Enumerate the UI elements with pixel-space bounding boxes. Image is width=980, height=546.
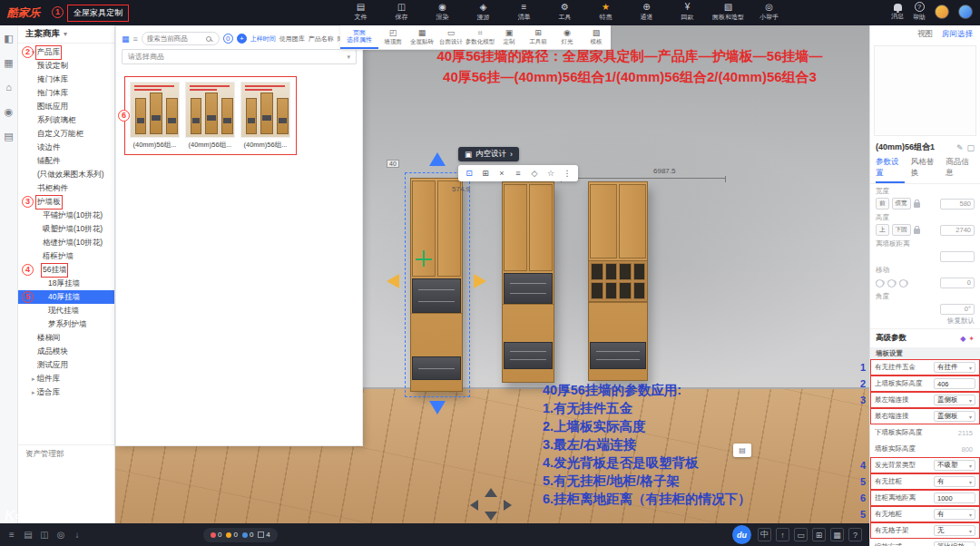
filter-count-badge[interactable]: 0 [223, 34, 233, 44]
counter-1[interactable]: 0 [226, 531, 237, 539]
tree-item-17[interactable]: 18厚挂墙 [18, 277, 114, 290]
tree-item-8[interactable]: 辅配件 [18, 154, 114, 168]
move-toggle[interactable] [876, 280, 885, 286]
param-select[interactable]: 有▾ [934, 509, 975, 520]
tree-item-7[interactable]: 读边件 [18, 141, 114, 154]
param-select[interactable]: 不吸塑▾ [934, 460, 975, 471]
scale-mode-select[interactable]: 等比缩放 ▾ [934, 541, 975, 546]
secondary-tool-0[interactable]: ◰墙顶面 [378, 25, 407, 49]
add-filter-icon[interactable]: + [237, 34, 247, 44]
tree-item-0[interactable]: ▾产品库2 [18, 45, 114, 59]
tree-item-6[interactable]: 自定义万能柜 [18, 127, 114, 141]
counter-0[interactable]: 0 [211, 531, 221, 539]
advanced-parameters-header[interactable]: 高级参数 ◆ ✦ [870, 328, 980, 347]
param-input[interactable]: 1000 [934, 492, 975, 503]
product-card-1[interactable]: (40mm)56组... [185, 82, 235, 150]
design-icon[interactable]: ◧ [3, 33, 15, 44]
param-select[interactable]: 盖侧板▾ [934, 411, 975, 422]
move-up-arrow[interactable] [429, 152, 446, 166]
scale-icon[interactable]: ⊡ [462, 167, 476, 180]
box-counter[interactable]: 4 [258, 531, 270, 539]
more-icon[interactable]: ⋮ [560, 167, 574, 180]
sort-by-time[interactable]: 上样时间 [250, 34, 276, 44]
language-icon[interactable]: 中 [758, 528, 771, 541]
topbar-tool-channel[interactable]: ⊕通道 [626, 2, 667, 22]
param-chip[interactable]: 下固 [892, 224, 911, 236]
cabinet-3[interactable] [588, 181, 648, 381]
tree-item-19[interactable]: 现代挂墙 [18, 304, 114, 317]
tree-item-15[interactable]: 梧框护墙 [18, 249, 114, 263]
tree-item-1[interactable]: 预设定制 [18, 59, 114, 73]
param-select[interactable]: 无▾ [934, 525, 975, 536]
tab-whole-house-customization[interactable]: 全屋家具定制 [67, 5, 129, 22]
tree-item-3[interactable]: 拖门体库 [18, 86, 114, 100]
axis-gizmo[interactable] [416, 250, 434, 268]
avatar-secondary[interactable] [958, 5, 973, 19]
tree-item-25[interactable]: ▸适合库 [18, 385, 114, 399]
topbar-tool-render[interactable]: ◉渲染 [422, 2, 463, 22]
param-value-input[interactable]: 0° [940, 304, 975, 315]
compass-up-icon[interactable] [485, 488, 497, 497]
catalog-header[interactable]: 主案商库 ▾ [18, 25, 114, 44]
param-input[interactable]: 406 [934, 378, 975, 389]
tool-select-properties[interactable]: 页面 选择属性 [340, 25, 378, 49]
secondary-tool-3[interactable]: ⌗参数化模型 [466, 25, 495, 49]
tree-item-2[interactable]: 掩门体库 [18, 73, 114, 86]
display-icon[interactable]: ▭ [794, 528, 808, 541]
param-select[interactable]: 有挂件▾ [934, 362, 975, 373]
tab-product-info[interactable]: 商品信息 [946, 157, 975, 183]
duplicate-icon[interactable]: ⊞ [478, 167, 493, 180]
search-input[interactable] [147, 34, 203, 43]
tree-item-12[interactable]: 平铺护墙(10拼花) [18, 209, 114, 222]
lock-icon[interactable] [914, 202, 920, 208]
topbar-tool-panel-model[interactable]: ▧面板和造型 [708, 2, 749, 22]
topbar-tool-roam[interactable]: ◈漫游 [463, 2, 504, 22]
material-icon[interactable]: ◇ [527, 167, 542, 180]
param-select[interactable]: 有▾ [934, 476, 975, 487]
columns-icon[interactable]: ◫ [36, 530, 53, 540]
storage-icon[interactable]: ▤ [3, 131, 15, 142]
param-select[interactable]: 盖侧板▾ [934, 395, 975, 405]
tree-item-22[interactable]: 成品模块 [18, 345, 114, 358]
tree-item-24[interactable]: ▸组件库 [18, 372, 114, 385]
help-button[interactable]: ? 帮助 [913, 2, 926, 22]
param-value-input[interactable]: 580 [940, 199, 975, 210]
product-card-2[interactable]: (40mm)56组... [240, 82, 290, 150]
tab-style-replace[interactable]: 风格替换 [911, 157, 940, 183]
tree-item-4[interactable]: 图纸应用 [18, 100, 114, 113]
secondary-tool-6[interactable]: ◉灯光 [553, 25, 582, 49]
topbar-tool-payment[interactable]: ¥回款 [667, 2, 708, 22]
move-left-arrow[interactable] [387, 274, 399, 288]
team-icon[interactable]: ◉ [3, 106, 15, 118]
secondary-tool-2[interactable]: ▭台面设计 [436, 25, 466, 49]
tree-item-23[interactable]: 测试应用 [18, 358, 114, 372]
expand-icon[interactable]: ▢ [966, 143, 975, 152]
tree-item-13[interactable]: 吸塑护墙(10拼花) [18, 222, 114, 236]
style-brush-icon[interactable]: ✦ [968, 335, 975, 343]
move-toggle[interactable] [887, 280, 897, 286]
favorite-icon[interactable]: ☆ [544, 167, 558, 180]
param-value-input[interactable]: 0 [940, 278, 975, 288]
secondary-tool-5[interactable]: ⊞工具箱 [524, 25, 553, 49]
visible-icon[interactable]: ◎ [53, 530, 69, 540]
delete-icon[interactable]: × [495, 167, 509, 180]
tree-item-18[interactable]: 40厚挂墙5 [18, 290, 114, 304]
tree-item-11[interactable]: 护墙板3 [18, 195, 114, 209]
cabinet-2[interactable] [502, 181, 554, 383]
product-card-0[interactable]: (40mm)56组... [130, 82, 180, 150]
search-box[interactable] [142, 32, 220, 45]
reset-default-link[interactable]: 恢复默认 [947, 317, 975, 326]
topbar-tool-save[interactable]: ◫保存 [381, 2, 422, 22]
param-chip[interactable]: 倍宽 [892, 198, 911, 210]
inner-space-design-button[interactable]: ▣ 内空设计 › [458, 147, 519, 161]
param-chip[interactable]: 前 [876, 198, 889, 210]
menu-icon[interactable]: ≡ [4, 530, 20, 540]
move-down-arrow[interactable] [429, 401, 446, 414]
move-toggle[interactable] [899, 280, 908, 286]
tree-item-5[interactable]: 系列玻璃柜 [18, 113, 114, 127]
paint-bucket-icon[interactable]: ◆ [960, 335, 965, 343]
list-view-icon[interactable]: ≡ [133, 34, 138, 44]
measure-icon[interactable]: ≡ [511, 167, 525, 180]
param-chip[interactable]: 上 [876, 224, 889, 236]
download-icon[interactable]: ↓ [69, 530, 85, 540]
